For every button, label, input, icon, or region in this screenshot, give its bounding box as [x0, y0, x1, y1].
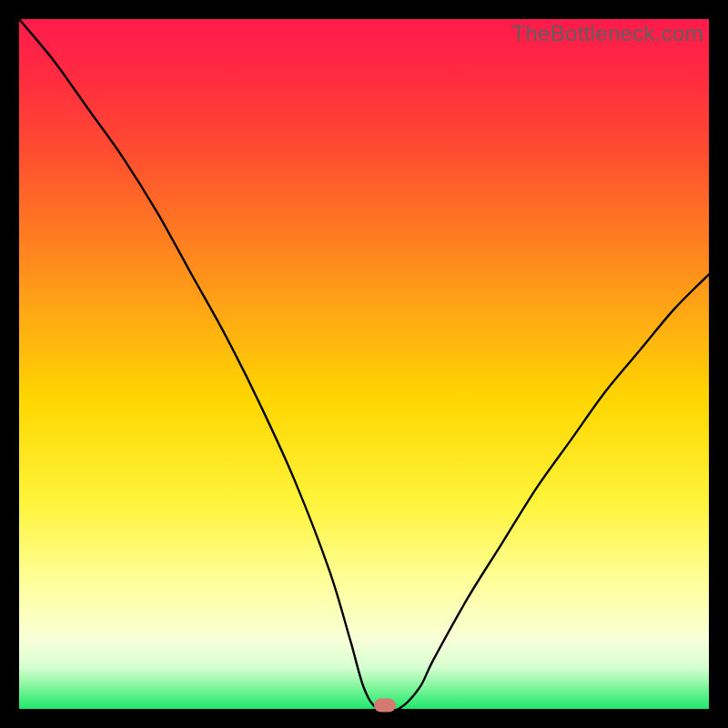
chart-plot-area: TheBottleneck.com: [19, 19, 709, 709]
optimum-marker: [374, 699, 396, 713]
bottleneck-curve: [19, 19, 709, 709]
chart-frame: TheBottleneck.com: [0, 0, 728, 728]
